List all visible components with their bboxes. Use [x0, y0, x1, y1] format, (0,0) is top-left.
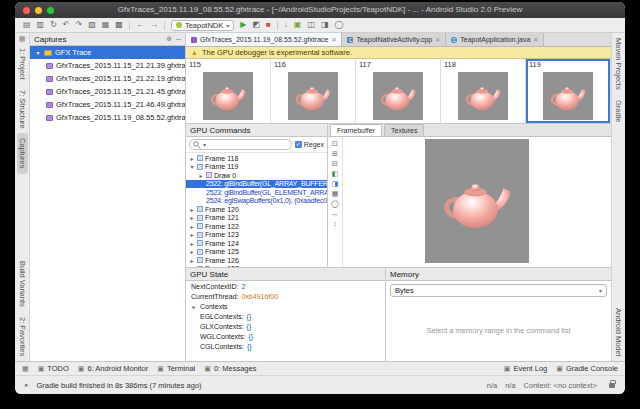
tab-gfxtrace[interactable]: GfxTraces_2015.11.19_08.55.52.gfxtrace ✕: [186, 33, 342, 46]
lock-icon[interactable]: [609, 383, 615, 388]
flip-vertical-icon[interactable]: ↕: [333, 220, 337, 227]
chevron-right-icon[interactable]: ▸: [189, 265, 195, 267]
tree-item-frame[interactable]: ▸Frame 125: [186, 248, 327, 257]
state-row[interactable]: GLXContexts:{}: [186, 321, 385, 331]
chevron-right-icon[interactable]: ▸: [189, 206, 195, 213]
state-row[interactable]: CurrentThread:0xb491bf00: [186, 291, 385, 301]
sidebar-item-gradle[interactable]: Gradle: [613, 95, 624, 128]
close-icon[interactable]: ✕: [331, 36, 336, 43]
tab-java[interactable]: C TeapotApplication.java ✕: [446, 33, 544, 46]
avd-manager-icon[interactable]: ▣: [294, 21, 302, 29]
sidebar-item-project[interactable]: 1: Project: [17, 43, 28, 85]
capture-file-item[interactable]: GfxTraces_2015.11.15_21.46.49.gfxtrace: [30, 98, 185, 111]
paste-icon[interactable]: ▩: [115, 21, 123, 29]
capture-file-item[interactable]: GfxTraces_2015.11.15_21.22.19.gfxtrace: [30, 72, 185, 85]
tab-cpp[interactable]: C TeapotNativeActivity.cpp ✕: [342, 33, 446, 46]
tree-item-frame[interactable]: ▸Frame 122: [186, 222, 327, 231]
state-row[interactable]: WGLContexts:{}: [186, 331, 385, 341]
sidebar-item-structure[interactable]: 7: Structure: [17, 85, 28, 134]
color-channels-icon[interactable]: ◧: [332, 170, 339, 177]
frame-thumbnail[interactable]: 116: [271, 59, 356, 123]
state-row[interactable]: CGLContexts:{}: [186, 341, 385, 351]
copy-icon[interactable]: ▦: [102, 21, 110, 29]
regex-option[interactable]: ✓ Regex: [295, 141, 324, 148]
tree-item-frame[interactable]: ▸Frame 123: [186, 231, 327, 240]
chevron-right-icon[interactable]: ▸: [189, 240, 195, 247]
tab-framebuffer[interactable]: Framebuffer: [330, 124, 382, 136]
gpu-command-row[interactable]: 2523: glBindBuffer(GL_ELEMENT_ARRAY_BUF: [186, 188, 327, 197]
chevron-down-icon[interactable]: ▾: [189, 163, 195, 170]
attach-debugger-icon[interactable]: ↓: [284, 21, 288, 29]
toolbar-item-android-monitor[interactable]: ▣6: Android Monitor: [78, 364, 149, 373]
frame-thumbnail[interactable]: 117: [356, 59, 441, 123]
toolbar-item-event-log[interactable]: ▣Event Log: [504, 364, 547, 373]
frame-thumbnail[interactable]: 115: [186, 59, 271, 123]
toolbar-item-messages[interactable]: ▣0: Messages: [204, 364, 256, 373]
tree-item-frame[interactable]: ▸Frame 120: [186, 205, 327, 214]
captures-root-item[interactable]: ▾ GFX Trace: [30, 46, 185, 59]
tree-item-frame[interactable]: ▸Frame 118: [186, 154, 327, 163]
regex-checkbox[interactable]: ✓: [295, 141, 302, 148]
chevron-right-icon[interactable]: ▸: [189, 231, 195, 238]
sidebar-item-captures[interactable]: Captures: [17, 133, 28, 173]
toolbar-item-gradle-console[interactable]: ▣Gradle Console: [556, 364, 618, 373]
chevron-right-icon[interactable]: ▸: [189, 223, 195, 230]
run-configuration-select[interactable]: TeapotNDK ▾: [171, 20, 234, 31]
chevron-down-icon[interactable]: ▾: [203, 141, 206, 148]
debug-icon[interactable]: ◩: [252, 21, 260, 29]
state-row[interactable]: NextContextID:2: [186, 281, 385, 291]
state-row[interactable]: EGLContexts:{}: [186, 311, 385, 321]
sidebar-item-build-variants[interactable]: Build Variants: [17, 256, 28, 312]
close-window-button[interactable]: [23, 7, 30, 14]
tool-windows-icon[interactable]: ▦: [19, 33, 26, 43]
tree-item-frame[interactable]: ▸Frame 127: [186, 265, 327, 268]
capture-file-item[interactable]: GfxTraces_2015.11.19_08.55.52.gfxtrace: [30, 111, 185, 124]
status-context[interactable]: Context: <no context>: [524, 381, 597, 390]
close-icon[interactable]: ✕: [533, 36, 538, 43]
flip-horizontal-icon[interactable]: ↔: [332, 210, 339, 217]
sdk-manager-icon[interactable]: ◫: [307, 21, 315, 29]
search-input[interactable]: ▾: [189, 139, 292, 150]
tab-textures[interactable]: Textures: [384, 124, 424, 136]
zoom-out-icon[interactable]: ⊟: [332, 160, 338, 167]
zoom-fit-icon[interactable]: ⊡: [332, 140, 338, 147]
gpu-command-row-selected[interactable]: 2522: glBindBuffer(GL_ARRAY_BUFFER, 0): [186, 180, 327, 189]
framebuffer-viewport[interactable]: [343, 137, 611, 267]
stop-icon[interactable]: ■: [266, 21, 271, 29]
chevron-down-icon[interactable]: ▾: [35, 49, 41, 56]
close-icon[interactable]: ✕: [435, 36, 440, 43]
open-icon[interactable]: ▤: [23, 21, 31, 29]
zoom-window-button[interactable]: [47, 7, 54, 14]
chevron-right-icon[interactable]: ▸: [189, 248, 195, 255]
grid-icon[interactable]: ▦: [332, 190, 339, 197]
gear-icon[interactable]: ⊛: [166, 35, 172, 43]
forward-icon[interactable]: →: [150, 21, 158, 29]
save-icon[interactable]: ▥: [37, 21, 45, 29]
state-row[interactable]: ▸Contexts: [186, 301, 385, 311]
toolbar-item-terminal[interactable]: ▣Terminal: [157, 364, 195, 373]
gradle-sync-icon[interactable]: ◨: [321, 21, 329, 29]
minimize-window-button[interactable]: [35, 7, 42, 14]
memory-mode-select[interactable]: Bytes ▾: [390, 284, 607, 297]
back-icon[interactable]: ←: [136, 21, 144, 29]
wireframe-icon[interactable]: ◨: [332, 180, 339, 187]
frame-thumbnail[interactable]: 118: [441, 59, 526, 123]
chevron-right-icon[interactable]: ▸: [189, 257, 195, 264]
redo-icon[interactable]: ↷: [76, 21, 83, 29]
sync-icon[interactable]: ↻: [50, 21, 57, 29]
capture-file-item[interactable]: GfxTraces_2015.11.15_21.21.39.gfxtrace: [30, 59, 185, 72]
frame-thumbnail-selected[interactable]: 119: [526, 59, 611, 123]
tree-item-frame[interactable]: ▸Frame 126: [186, 256, 327, 265]
gpu-command-row[interactable]: 2524: eglSwapBuffers(0x1,0), (0xaadfec0,…: [186, 197, 327, 206]
tool-window-switcher-icon[interactable]: ▦: [22, 365, 29, 373]
chevron-right-icon[interactable]: ▸: [189, 155, 195, 162]
cut-icon[interactable]: ▧: [88, 21, 96, 29]
tree-item-draw-group[interactable]: ▸Draw 0: [186, 171, 327, 180]
chevron-right-icon[interactable]: ▸: [198, 172, 204, 179]
tree-item-frame[interactable]: ▾Frame 119: [186, 163, 327, 172]
run-icon[interactable]: ▶: [240, 21, 246, 29]
undo-icon[interactable]: ↶: [63, 21, 70, 29]
chevron-right-icon[interactable]: ▸: [189, 214, 195, 221]
sidebar-item-android-model[interactable]: Android Model: [613, 303, 624, 361]
sidebar-item-maven-projects[interactable]: Maven Projects: [613, 33, 624, 95]
